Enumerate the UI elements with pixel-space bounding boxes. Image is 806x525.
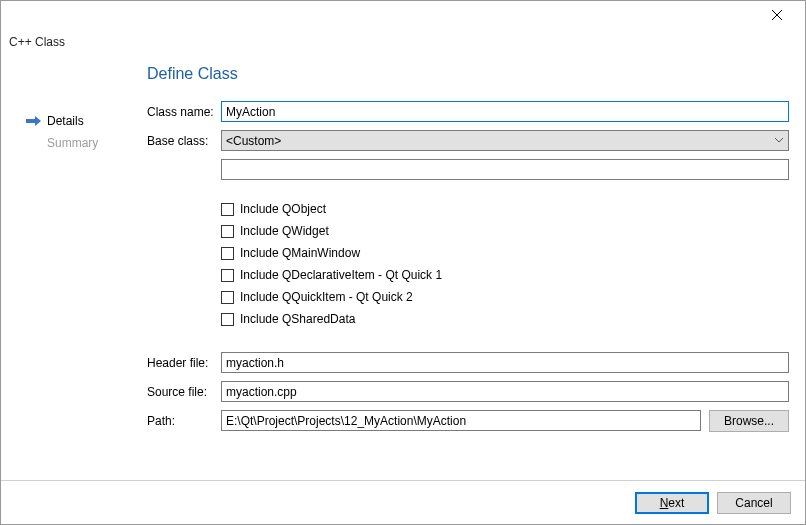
label-path: Path:	[147, 414, 221, 428]
checkbox-label: Include QDeclarativeItem - Qt Quick 1	[240, 268, 442, 282]
checkbox-qobject[interactable]: Include QObject	[221, 198, 789, 220]
page-heading: Define Class	[147, 65, 789, 83]
wizard-main: Define Class Class name: Base class: <Cu…	[147, 65, 805, 480]
checkbox-qshareddata[interactable]: Include QSharedData	[221, 308, 789, 330]
header-file-input[interactable]	[221, 352, 789, 373]
base-class-select[interactable]: <Custom>	[221, 130, 789, 151]
next-button[interactable]: Next	[635, 492, 709, 514]
row-path: Path: Browse...	[147, 410, 789, 432]
wizard-sidebar: Details Summary	[1, 65, 147, 480]
extra-input[interactable]	[221, 159, 789, 180]
sidebar-item-details[interactable]: Details	[25, 111, 147, 131]
checkbox-label: Include QMainWindow	[240, 246, 360, 260]
row-header-file: Header file:	[147, 352, 789, 373]
wizard-body: Details Summary Define Class Class name:…	[1, 65, 805, 480]
checkbox-qdeclarativeitem[interactable]: Include QDeclarativeItem - Qt Quick 1	[221, 264, 789, 286]
checkbox-icon	[221, 203, 234, 216]
row-class-name: Class name:	[147, 101, 789, 122]
label-header-file: Header file:	[147, 356, 221, 370]
class-form: Class name: Base class: <Custom>	[147, 101, 789, 432]
wizard-footer: Next Cancel	[1, 480, 805, 524]
svg-marker-3	[35, 116, 41, 126]
checkbox-qmainwindow[interactable]: Include QMainWindow	[221, 242, 789, 264]
row-base-class: Base class: <Custom>	[147, 130, 789, 151]
wizard-title: C++ Class	[1, 29, 805, 49]
class-name-input[interactable]	[221, 101, 789, 122]
label-source-file: Source file:	[147, 385, 221, 399]
chevron-down-icon	[774, 134, 784, 149]
row-extra	[147, 159, 789, 180]
include-options: Include QObject Include QWidget Include …	[221, 198, 789, 330]
next-button-label: Next	[660, 496, 685, 510]
close-button[interactable]	[757, 1, 797, 29]
sidebar-item-label: Summary	[47, 136, 98, 150]
label-base-class: Base class:	[147, 134, 221, 148]
checkbox-icon	[221, 313, 234, 326]
checkbox-qwidget[interactable]: Include QWidget	[221, 220, 789, 242]
checkbox-label: Include QObject	[240, 202, 326, 216]
cancel-button-label: Cancel	[735, 496, 772, 510]
checkbox-label: Include QSharedData	[240, 312, 355, 326]
cancel-button[interactable]: Cancel	[717, 492, 791, 514]
path-input[interactable]	[221, 410, 701, 431]
checkbox-icon	[221, 225, 234, 238]
checkbox-qquickitem[interactable]: Include QQuickItem - Qt Quick 2	[221, 286, 789, 308]
arrow-right-icon	[25, 115, 41, 127]
titlebar	[1, 1, 805, 29]
sidebar-item-summary[interactable]: Summary	[25, 133, 147, 153]
close-icon	[772, 10, 782, 20]
browse-button-label: Browse...	[724, 414, 774, 428]
checkbox-icon	[221, 269, 234, 282]
label-class-name: Class name:	[147, 105, 221, 119]
row-source-file: Source file:	[147, 381, 789, 402]
browse-button[interactable]: Browse...	[709, 410, 789, 432]
checkbox-label: Include QQuickItem - Qt Quick 2	[240, 290, 413, 304]
wizard-window: C++ Class Details Summary Define Class C…	[0, 0, 806, 525]
source-file-input[interactable]	[221, 381, 789, 402]
checkbox-label: Include QWidget	[240, 224, 329, 238]
sidebar-item-label: Details	[47, 114, 84, 128]
checkbox-icon	[221, 291, 234, 304]
checkbox-icon	[221, 247, 234, 260]
base-class-value: <Custom>	[226, 134, 281, 148]
